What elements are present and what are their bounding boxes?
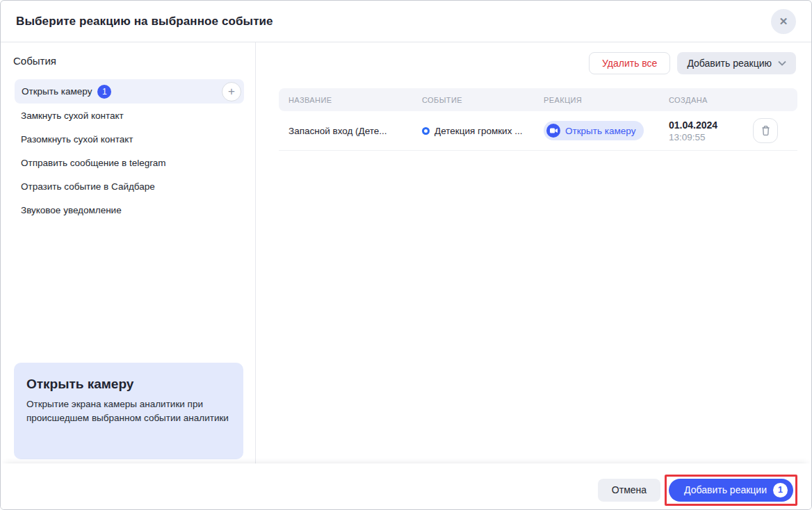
- sidebar-item-label: Открыть камеру: [22, 86, 92, 97]
- page-title: Выберите реакцию на выбранное событие: [16, 15, 273, 28]
- table-row: Запасной вход (Дете... Детекция громких …: [279, 111, 797, 151]
- reaction-dialog: Выберите реакцию на выбранное событие ✕ …: [0, 0, 812, 510]
- add-button[interactable]: +: [222, 82, 241, 101]
- reaction-badge-label: Открыть камеру: [565, 126, 635, 136]
- info-card: Открыть камеру Открытие экрана камеры ан…: [14, 363, 243, 459]
- plus-icon: +: [228, 85, 235, 97]
- column-header-created: СОЗДАНА: [669, 96, 753, 104]
- add-reaction-label: Добавить реакцию: [687, 58, 772, 69]
- chevron-down-icon: [778, 60, 786, 66]
- info-card-title: Открыть камеру: [26, 377, 231, 392]
- event-type-icon: [422, 127, 430, 135]
- close-button[interactable]: ✕: [771, 9, 796, 34]
- created-date: 01.04.2024: [669, 120, 753, 131]
- created-time: 13:09:55: [669, 132, 753, 142]
- reaction-badge: Открыть камеру: [544, 121, 644, 140]
- dialog-footer: Отмена Добавить реакции 1: [1, 463, 811, 509]
- sidebar-item-sound[interactable]: Звуковое уведомление: [1, 198, 255, 222]
- row-event: Детекция громких ...: [422, 126, 544, 136]
- table-header: НАЗВАНИЕ СОБЫТИЕ РЕАКЦИЯ СОЗДАНА: [279, 88, 797, 111]
- add-reactions-button[interactable]: Добавить реакции 1: [669, 479, 793, 502]
- add-reactions-label: Добавить реакции: [684, 484, 767, 495]
- annotation-highlight: Добавить реакции 1: [665, 475, 797, 506]
- toolbar: Удалить все Добавить реакцию: [257, 42, 811, 74]
- row-name: Запасной вход (Дете...: [289, 126, 422, 136]
- cancel-button[interactable]: Отмена: [598, 479, 660, 502]
- submit-count-badge: 1: [773, 483, 788, 497]
- info-card-description: Открытие экрана камеры аналитики при про…: [26, 397, 231, 425]
- delete-all-button[interactable]: Удалить все: [589, 52, 670, 74]
- delete-row-button[interactable]: [753, 118, 778, 143]
- column-header-event: СОБЫТИЕ: [422, 96, 544, 104]
- sidebar-title: События: [13, 55, 255, 67]
- sidebar-item-open-camera[interactable]: Открыть камеру 1 +: [15, 79, 244, 104]
- add-reaction-dropdown[interactable]: Добавить реакцию: [677, 52, 796, 74]
- events-sidebar: События Открыть камеру 1 + Замкнуть сухо…: [1, 42, 256, 463]
- camera-icon: [546, 124, 560, 138]
- column-header-name: НАЗВАНИЕ: [289, 96, 422, 104]
- row-created: 01.04.2024 13:09:55: [669, 120, 753, 142]
- dialog-header: Выберите реакцию на выбранное событие ✕: [1, 1, 811, 42]
- column-header-reaction: РЕАКЦИЯ: [544, 96, 669, 104]
- row-reaction: Открыть камеру: [544, 121, 669, 140]
- reactions-panel: Удалить все Добавить реакцию НАЗВАНИЕ СО…: [257, 42, 811, 463]
- close-icon: ✕: [779, 16, 788, 26]
- reactions-table: НАЗВАНИЕ СОБЫТИЕ РЕАКЦИЯ СОЗДАНА Запасно…: [279, 88, 797, 151]
- sidebar-item-close-contact[interactable]: Замкнуть сухой контакт: [1, 104, 255, 127]
- sidebar-item-sidebar-event[interactable]: Отразить событие в Сайдбаре: [1, 174, 255, 198]
- trash-icon: [761, 125, 771, 136]
- sidebar-item-open-contact[interactable]: Разомкнуть сухой контакт: [1, 127, 255, 151]
- sidebar-item-telegram[interactable]: Отправить сообщение в telegram: [1, 151, 255, 174]
- count-badge: 1: [97, 85, 111, 99]
- row-event-label: Детекция громких ...: [435, 126, 522, 136]
